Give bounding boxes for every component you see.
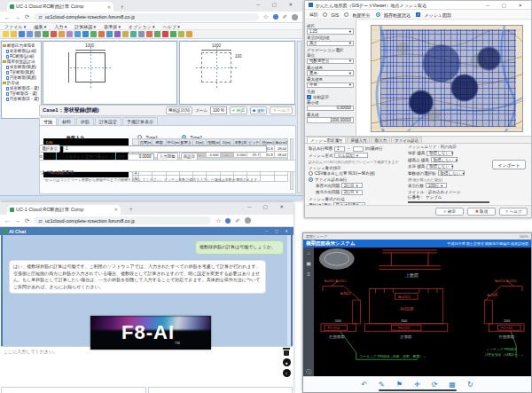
flag-icon[interactable]: ⚑ <box>396 381 403 389</box>
save-as-icon[interactable] <box>27 31 33 37</box>
browser-tab[interactable]: UC-1 Cloud RC断面計算 Comp ✕ <box>7 205 121 215</box>
settings-icon[interactable] <box>138 31 145 37</box>
bottom-button-right[interactable] <box>148 387 293 393</box>
tree-item[interactable]: 円形断面(S・梁) <box>6 97 40 101</box>
save-icon[interactable] <box>19 31 25 37</box>
new-tab-button[interactable]: ＋ <box>128 205 134 214</box>
radio-file-head[interactable]: ファイル読み頭行 <box>309 177 404 182</box>
url-field[interactable]: ⇄ uc1cloud-complete-rcsection.forum8.co.… <box>34 13 258 21</box>
window-controls[interactable]: ─ ▢ ✕ <box>486 3 528 8</box>
sidebar-input-16[interactable]: 1000.00000 <box>307 117 354 123</box>
attr-row-select[interactable]: 取得しない▾ <box>426 151 453 156</box>
bottom-button-left[interactable] <box>1 387 146 393</box>
tree-group[interactable]: 断面応力度照査 <box>3 43 40 48</box>
info-icon[interactable]: ⓘ <box>306 369 311 374</box>
extension-icon[interactable] <box>225 218 231 224</box>
selection-field[interactable]: 1 <box>63 145 267 153</box>
redo-icon[interactable] <box>82 31 89 37</box>
calc-run-icon[interactable] <box>98 31 105 37</box>
forward-icon[interactable]: → <box>15 217 21 224</box>
menu-item-3[interactable]: 計算確認 ▾ <box>74 24 96 29</box>
sidebar-input-14[interactable]: 0.00000 <box>307 106 354 112</box>
profile-avatar[interactable] <box>245 217 251 224</box>
delete-icon[interactable]: ▦ <box>449 381 456 389</box>
import-button[interactable]: インポート <box>492 160 526 169</box>
import-tab-3[interactable]: ファイル読込 <box>391 137 422 143</box>
menu-item-1[interactable]: 編集 ▾ <box>34 24 46 29</box>
extension-icon[interactable] <box>273 14 278 20</box>
open-file-icon[interactable] <box>11 31 17 37</box>
refresh-icon[interactable]: ⟳ <box>432 381 438 389</box>
forward-icon[interactable]: → <box>15 14 21 20</box>
bookmark-star-icon[interactable]: ☆ <box>215 217 221 224</box>
copy-icon[interactable] <box>59 31 65 37</box>
send-icon[interactable]: ↑ <box>283 369 291 377</box>
input-tab-0[interactable]: 寸法 <box>39 117 57 125</box>
chart-view-icon[interactable] <box>130 31 137 37</box>
cancel-button[interactable]: ✖取消 <box>467 208 496 216</box>
new-file-icon[interactable] <box>3 31 9 37</box>
lock-icon[interactable] <box>178 31 184 37</box>
profile-avatar[interactable] <box>292 14 298 20</box>
import-tab-2[interactable]: 面入力 <box>371 137 390 143</box>
tree-item[interactable]: 矩形断面(S・梁) <box>6 86 40 90</box>
undo-icon[interactable] <box>74 31 81 37</box>
reload-icon[interactable]: ⟳ <box>25 13 29 20</box>
browser-tab[interactable]: UC-1 Cloud RC断面計算 Comp ✕ <box>7 2 113 12</box>
drawing-canvas[interactable]: 上面図 Ac0101 Ac0108 F6ガ01 正面図 2000 As0101 … <box>314 248 531 376</box>
delete-chat-icon[interactable] <box>283 348 290 356</box>
cut-icon[interactable] <box>51 31 57 37</box>
menu-item-6[interactable]: ヘルプ ▾ <box>163 24 180 29</box>
undo-icon[interactable]: ↶ <box>361 381 367 389</box>
edit-pen-icon[interactable]: ✐ <box>283 13 287 20</box>
tree-item[interactable]: T形断面(簡易) <box>6 70 40 75</box>
sidebar-select-10[interactable]: 中色▾ <box>307 83 354 89</box>
chat-input[interactable] <box>4 349 252 384</box>
display-select[interactable]: 100行▾ <box>426 183 447 188</box>
sidebar-select-6[interactable]: 勾配度区分▾ <box>307 59 354 65</box>
topographic-map[interactable] <box>371 25 523 132</box>
result-view-icon[interactable] <box>106 31 113 37</box>
menu-item-5[interactable]: オプション ▾ <box>129 24 155 29</box>
paper-setting-button[interactable]: 用紙設定(N) <box>166 106 192 114</box>
model-tree[interactable]: 断面応力度照査矩形断面(詳細)RC断面(詳細)限界状態設計法矩形断面(簡易)T形… <box>1 41 42 119</box>
input-tab-3[interactable]: 計算設定 <box>95 117 121 125</box>
chat-scrollbar[interactable] <box>287 235 291 346</box>
scrollbar-vertical[interactable] <box>297 41 301 193</box>
back-icon[interactable]: ← <box>4 14 11 20</box>
input-tab-4[interactable]: 予備計算表示 <box>122 117 158 125</box>
microphone-icon[interactable]: ● <box>283 358 291 366</box>
confirm-button[interactable]: ✔確定 <box>435 208 464 216</box>
pen-icon[interactable]: ✎ <box>379 381 385 389</box>
tree-group[interactable]: 許容値 <box>3 81 40 85</box>
input-tab-2[interactable]: 鉄筋 <box>76 117 94 125</box>
input-mode-icon[interactable] <box>90 31 97 37</box>
bookmark-star-icon[interactable]: ☆ <box>263 13 269 20</box>
help-button[interactable]: ？ヘルプ <box>499 208 528 216</box>
home-icon[interactable]: ⌂ <box>307 250 310 255</box>
tree-item[interactable]: 矩形断面(簡易) <box>6 65 40 69</box>
import-tab-0[interactable]: メッシュ図郭属性 <box>307 137 346 143</box>
zoom-out-icon[interactable] <box>154 31 160 37</box>
tree-item[interactable]: T形断面(S・梁) <box>6 91 40 96</box>
fit-view-icon[interactable] <box>162 31 168 37</box>
menu-item-2[interactable]: 入力 ▾ <box>54 24 66 29</box>
sidebar-select-3[interactable]: 高さ▾ <box>307 41 354 47</box>
sidebar-checkbox-12[interactable]: ✓自動設定 <box>307 95 354 99</box>
tab-close-icon[interactable]: ✕ <box>114 207 118 212</box>
chat-window-controls[interactable]: ─ ▢ ✕ <box>265 229 291 233</box>
tab-close-icon[interactable]: ✕ <box>107 4 111 10</box>
tree-item[interactable]: 円形断面(簡易) <box>6 75 40 80</box>
confirm-button[interactable]: ✔ 確認 <box>230 106 247 114</box>
new-tab-button[interactable]: ＋ <box>119 3 125 12</box>
input-tab-1[interactable]: 材料 <box>58 117 75 125</box>
sidebar-select-8[interactable]: 黒色▾ <box>307 70 354 76</box>
layers-icon[interactable]: ≡ <box>307 271 310 277</box>
zoom-in-icon[interactable] <box>146 31 153 37</box>
mesh-type-select[interactable]: セル(2次)▾ <box>334 153 368 158</box>
tree-item[interactable]: RC断面(詳細) <box>6 54 40 59</box>
ns-select[interactable]: 2行目▾ <box>341 190 363 195</box>
rotate-icon[interactable]: ↻ <box>467 381 473 389</box>
sidebar-select-1[interactable]: 1:25▾ <box>307 28 354 35</box>
refresh-icon[interactable] <box>170 31 176 37</box>
